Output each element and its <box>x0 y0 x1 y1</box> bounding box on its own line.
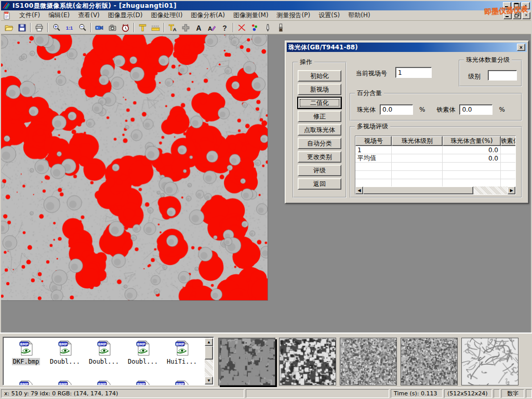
svg-text:BMP: BMP <box>59 382 67 386</box>
auto-classify-button[interactable]: 自动分类 <box>298 138 341 149</box>
thumbnail-1[interactable] <box>218 338 275 385</box>
scroll-down-arrow[interactable]: ▼ <box>205 377 213 384</box>
measure-text-button[interactable]: A <box>166 22 179 33</box>
maximize-button[interactable] <box>512 2 521 9</box>
bmp-file-icon: BMP <box>96 340 112 356</box>
current-field-input[interactable] <box>395 67 432 78</box>
menu-image-display[interactable]: 图像显示(D) <box>104 10 147 21</box>
thumbnail-4[interactable] <box>401 338 458 385</box>
scroll-right-arrow[interactable]: ▶ <box>508 187 515 194</box>
count-points-button[interactable] <box>248 22 261 33</box>
column-header[interactable]: 视场号 <box>355 136 392 146</box>
minimize-button[interactable] <box>503 2 511 9</box>
zoom-out-button[interactable] <box>76 22 89 33</box>
file-item[interactable]: BMP Doubl... <box>46 340 84 365</box>
print-icon <box>35 23 44 32</box>
scroll-left-arrow[interactable]: ◀ <box>355 187 363 194</box>
file-list[interactable]: BMP DKF.bmp BMP Doubl... BMP Doubl... BM… <box>3 337 214 385</box>
brush-button[interactable] <box>274 22 287 33</box>
file-item-partial[interactable]: BMP <box>124 380 162 385</box>
zoom-in-button[interactable] <box>50 22 63 33</box>
grade-input[interactable] <box>488 70 517 81</box>
menu-image-processing[interactable]: 图像处理(I) <box>147 10 187 21</box>
cell-field-no: 平均值 <box>355 154 392 163</box>
new-field-button[interactable]: 新视场 <box>298 84 341 95</box>
rating-table[interactable]: 视场号 珠光体级别 珠光体含量(%) 铁素体含量(%) 1 0.0 平均值 <box>355 136 516 195</box>
open-button[interactable] <box>3 22 16 33</box>
scrollbar-thumb[interactable] <box>205 346 213 360</box>
mdi-minimize-button[interactable] <box>503 12 512 19</box>
menu-image-analysis[interactable]: 图像分析(A) <box>187 10 229 21</box>
binarize-button[interactable]: 二值化 <box>298 97 341 109</box>
video-camera-button[interactable] <box>93 22 106 33</box>
capture-image-button[interactable] <box>106 22 119 33</box>
return-button[interactable]: 返回 <box>298 178 341 190</box>
window-title: IS100显微摄像系统(金相分析版) - [zhuguangti01] <box>12 2 177 10</box>
pearlite-dialog: 珠光体(GB/T9441-88) × 操作 初始化 新视场 二值化 修正 点取珠… <box>285 41 529 204</box>
file-item-partial[interactable]: BMP <box>85 380 123 385</box>
table-row-empty <box>355 171 516 179</box>
pick-pearlite-button[interactable]: 点取珠光体 <box>298 124 341 136</box>
scroll-up-arrow[interactable]: ▲ <box>205 338 213 346</box>
column-header[interactable]: 珠光体含量(%) <box>443 136 501 146</box>
bmp-file-icon: BMP <box>96 380 112 385</box>
thumbnail-5[interactable] <box>461 338 518 385</box>
menu-help[interactable]: 帮助(H) <box>344 10 374 21</box>
file-item-dkf[interactable]: BMP DKF.bmp <box>7 340 45 365</box>
micrograph-image[interactable] <box>1 35 268 301</box>
percent-group: 百分含量 珠光体 % 铁素体 % <box>350 93 522 121</box>
pen-button[interactable] <box>261 22 274 33</box>
column-header[interactable]: 珠光体级别 <box>392 136 443 146</box>
file-item[interactable]: BMP HuiTi... <box>163 340 201 365</box>
workspace: 珠光体(GB/T9441-88) × 操作 初始化 新视场 二值化 修正 点取珠… <box>1 34 531 332</box>
file-item[interactable]: BMP Doubl... <box>85 340 123 365</box>
capture-image-icon <box>108 23 117 32</box>
ferrite-input[interactable] <box>459 104 493 115</box>
edit-text-button[interactable]: A <box>205 22 218 33</box>
file-item-partial[interactable]: BMP <box>46 380 84 385</box>
thumbnail-2[interactable] <box>279 338 336 385</box>
thumbnail-3[interactable] <box>340 338 397 385</box>
file-item-partial[interactable]: BMP <box>7 380 45 385</box>
grade-button[interactable]: 评级 <box>298 165 341 176</box>
menu-measure-report[interactable]: 测量报告(P) <box>273 10 315 21</box>
menu-file[interactable]: 文件(F) <box>15 10 44 21</box>
mdi-close-button[interactable]: × <box>522 12 530 19</box>
help-button[interactable]: ? <box>218 22 231 33</box>
menu-edit[interactable]: 编辑(E) <box>44 10 74 21</box>
scrollbar-thumb[interactable] <box>363 187 473 194</box>
print-button[interactable] <box>33 22 46 33</box>
correct-button[interactable]: 修正 <box>298 111 341 122</box>
table-row[interactable]: 平均值 0.0 <box>355 154 516 163</box>
change-class-button[interactable]: 更改类别 <box>298 151 341 163</box>
table-horizontal-scrollbar[interactable]: ◀ ▶ <box>355 187 515 194</box>
percent-group-label: 百分含量 <box>355 89 384 97</box>
merge-button[interactable] <box>179 22 192 33</box>
status-time: Time (s): 0.113 <box>391 389 443 398</box>
timer-button[interactable] <box>119 22 132 33</box>
caliper-button[interactable] <box>136 22 149 33</box>
pearlite-input[interactable] <box>380 104 413 115</box>
text-annotation-button[interactable]: A <box>192 22 205 33</box>
file-list-scrollbar[interactable]: ▲ ▼ <box>205 338 213 384</box>
column-header[interactable]: 铁素体含量(%) <box>501 136 516 146</box>
text-annotation-icon: A <box>194 23 203 32</box>
initialize-button[interactable]: 初始化 <box>298 70 341 82</box>
mdi-restore-button[interactable] <box>513 12 521 19</box>
help-icon: ? <box>220 23 229 32</box>
brush-icon <box>276 23 285 32</box>
menu-view[interactable]: 查看(V) <box>74 10 104 21</box>
dialog-close-button[interactable]: × <box>517 44 525 51</box>
measure-text-icon: A <box>168 23 177 32</box>
actual-size-button[interactable]: 1:1 <box>63 22 76 33</box>
close-button[interactable]: × <box>522 2 530 9</box>
menu-settings[interactable]: 设置(S) <box>314 10 344 21</box>
file-item-partial[interactable]: BMP <box>163 380 201 385</box>
table-row[interactable]: 1 0.0 <box>355 146 516 154</box>
file-item[interactable]: BMP Doubl... <box>124 340 162 365</box>
erase-curve-button[interactable] <box>235 22 248 33</box>
svg-text:BMP: BMP <box>20 342 28 347</box>
menu-image-measure[interactable]: 图像测量(M) <box>229 10 273 21</box>
ruler-button[interactable] <box>149 22 162 33</box>
save-button[interactable] <box>16 22 29 33</box>
